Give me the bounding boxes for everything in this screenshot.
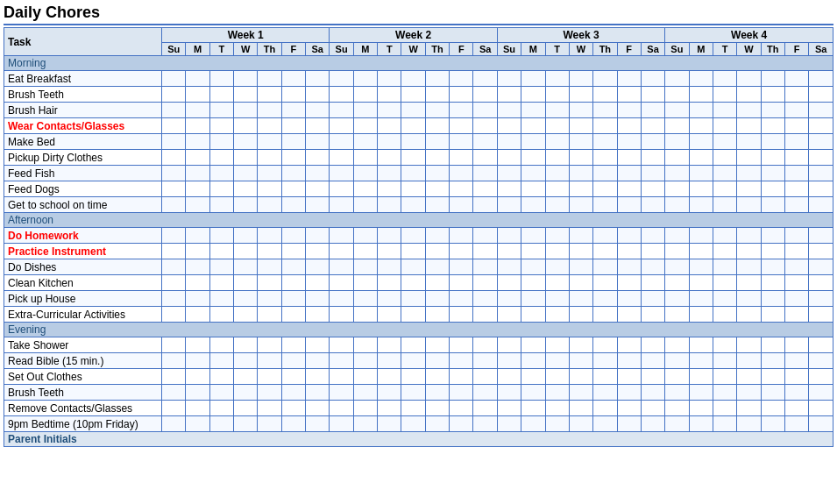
chore-cell[interactable] — [521, 369, 545, 385]
chore-cell[interactable] — [569, 369, 592, 385]
chore-cell[interactable] — [737, 166, 761, 181]
chore-cell[interactable] — [713, 369, 736, 385]
chore-cell[interactable] — [353, 166, 377, 181]
chore-cell[interactable] — [569, 337, 592, 353]
chore-cell[interactable] — [569, 103, 592, 118]
chore-cell[interactable] — [162, 275, 186, 291]
chore-cell[interactable] — [473, 87, 497, 103]
chore-cell[interactable] — [545, 353, 569, 369]
chore-cell[interactable] — [234, 385, 258, 401]
chore-cell[interactable] — [330, 228, 353, 244]
chore-cell[interactable] — [761, 181, 784, 197]
chore-cell[interactable] — [209, 353, 233, 369]
chore-cell[interactable] — [761, 197, 784, 213]
chore-cell[interactable] — [569, 87, 592, 103]
chore-cell[interactable] — [761, 103, 784, 118]
chore-cell[interactable] — [665, 228, 689, 244]
chore-cell[interactable] — [473, 228, 497, 244]
chore-cell[interactable] — [162, 181, 186, 197]
chore-cell[interactable] — [593, 197, 617, 213]
chore-cell[interactable] — [473, 385, 497, 401]
chore-cell[interactable] — [209, 369, 233, 385]
chore-cell[interactable] — [809, 71, 833, 87]
chore-cell[interactable] — [689, 353, 713, 369]
chore-cell[interactable] — [737, 275, 761, 291]
chore-cell[interactable] — [617, 369, 641, 385]
chore-cell[interactable] — [689, 166, 713, 181]
chore-cell[interactable] — [234, 401, 258, 416]
chore-cell[interactable] — [162, 337, 186, 353]
chore-cell[interactable] — [569, 291, 592, 307]
chore-cell[interactable] — [258, 103, 281, 118]
chore-cell[interactable] — [401, 369, 425, 385]
chore-cell[interactable] — [234, 150, 258, 166]
chore-cell[interactable] — [761, 369, 784, 385]
chore-cell[interactable] — [665, 197, 689, 213]
chore-cell[interactable] — [784, 228, 808, 244]
chore-cell[interactable] — [521, 166, 545, 181]
chore-cell[interactable] — [617, 166, 641, 181]
chore-cell[interactable] — [497, 103, 521, 118]
chore-cell[interactable] — [378, 134, 401, 150]
chore-cell[interactable] — [186, 416, 209, 432]
chore-cell[interactable] — [641, 181, 664, 197]
chore-cell[interactable] — [497, 166, 521, 181]
chore-cell[interactable] — [306, 291, 330, 307]
chore-cell[interactable] — [162, 150, 186, 166]
chore-cell[interactable] — [617, 87, 641, 103]
chore-cell[interactable] — [641, 166, 664, 181]
chore-cell[interactable] — [809, 134, 833, 150]
chore-cell[interactable] — [401, 385, 425, 401]
chore-cell[interactable] — [593, 291, 617, 307]
chore-cell[interactable] — [545, 401, 569, 416]
chore-cell[interactable] — [497, 244, 521, 259]
chore-cell[interactable] — [737, 353, 761, 369]
chore-cell[interactable] — [425, 337, 449, 353]
chore-cell[interactable] — [473, 353, 497, 369]
chore-cell[interactable] — [689, 197, 713, 213]
chore-cell[interactable] — [593, 385, 617, 401]
chore-cell[interactable] — [521, 385, 545, 401]
chore-cell[interactable] — [258, 401, 281, 416]
chore-cell[interactable] — [281, 337, 305, 353]
chore-cell[interactable] — [186, 181, 209, 197]
chore-cell[interactable] — [209, 197, 233, 213]
chore-cell[interactable] — [569, 150, 592, 166]
chore-cell[interactable] — [784, 181, 808, 197]
chore-cell[interactable] — [641, 150, 664, 166]
chore-cell[interactable] — [258, 197, 281, 213]
chore-cell[interactable] — [689, 150, 713, 166]
chore-cell[interactable] — [473, 181, 497, 197]
chore-cell[interactable] — [401, 353, 425, 369]
chore-cell[interactable] — [569, 118, 592, 134]
chore-cell[interactable] — [209, 134, 233, 150]
chore-cell[interactable] — [713, 353, 736, 369]
chore-cell[interactable] — [521, 275, 545, 291]
chore-cell[interactable] — [569, 275, 592, 291]
chore-cell[interactable] — [593, 71, 617, 87]
chore-cell[interactable] — [353, 87, 377, 103]
chore-cell[interactable] — [473, 71, 497, 87]
chore-cell[interactable] — [497, 275, 521, 291]
chore-cell[interactable] — [209, 244, 233, 259]
chore-cell[interactable] — [665, 71, 689, 87]
chore-cell[interactable] — [209, 87, 233, 103]
chore-cell[interactable] — [306, 353, 330, 369]
chore-cell[interactable] — [450, 228, 473, 244]
chore-cell[interactable] — [689, 291, 713, 307]
chore-cell[interactable] — [617, 71, 641, 87]
chore-cell[interactable] — [209, 118, 233, 134]
chore-cell[interactable] — [162, 134, 186, 150]
chore-cell[interactable] — [258, 150, 281, 166]
chore-cell[interactable] — [641, 259, 664, 275]
chore-cell[interactable] — [761, 259, 784, 275]
chore-cell[interactable] — [713, 166, 736, 181]
chore-cell[interactable] — [306, 118, 330, 134]
chore-cell[interactable] — [521, 259, 545, 275]
chore-cell[interactable] — [761, 150, 784, 166]
chore-cell[interactable] — [330, 369, 353, 385]
chore-cell[interactable] — [497, 385, 521, 401]
chore-cell[interactable] — [401, 244, 425, 259]
chore-cell[interactable] — [809, 259, 833, 275]
chore-cell[interactable] — [281, 385, 305, 401]
